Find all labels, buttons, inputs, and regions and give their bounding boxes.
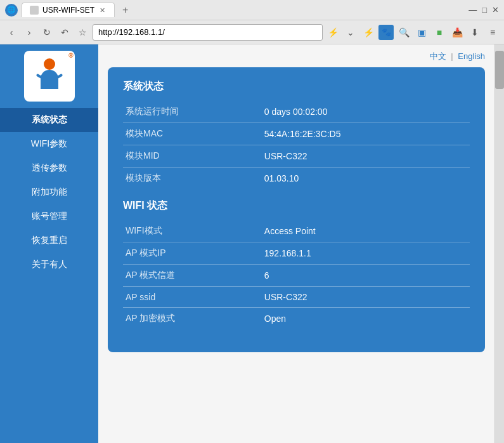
scrollbar-thumb[interactable]	[495, 51, 504, 89]
status-card: 系统状态 系统运行时间 0 days 00:02:00 模块MAC 54:4A:…	[108, 67, 485, 352]
scrollbar[interactable]	[494, 44, 504, 443]
sidebar-item-additional[interactable]: 附加功能	[0, 180, 98, 204]
titlebar-left: 🌐 USR-WIFI-SET ✕ +	[5, 3, 132, 17]
chinese-lang-link[interactable]: 中文	[430, 51, 446, 61]
language-bar: 中文 | English	[108, 51, 485, 62]
table-row: WIFI模式 Access Point	[123, 220, 470, 242]
browser-tab[interactable]: USR-WIFI-SET ✕	[22, 3, 115, 17]
lightning-icon-1: ⚡	[325, 25, 340, 40]
refresh-button[interactable]: ↻	[39, 25, 55, 40]
row-label: 系统运行时间	[123, 101, 262, 123]
forward-button[interactable]: ›	[22, 25, 37, 40]
row-value: Access Point	[262, 220, 470, 242]
table-row: 模块版本 01.03.10	[123, 168, 470, 190]
sidebar-nav: 系统状态 WIFI参数 透传参数 附加功能 账号管理 恢复重启 关于有人	[0, 108, 98, 277]
sidebar-item-transparent-params[interactable]: 透传参数	[0, 156, 98, 180]
row-value: 6	[262, 265, 470, 287]
logo-body	[41, 70, 58, 89]
logo-figure	[34, 57, 65, 95]
tab-favicon	[30, 6, 39, 15]
row-label: 模块MID	[123, 145, 262, 168]
row-value: 0 days 00:02:00	[262, 101, 470, 123]
logo-registered: ®	[68, 52, 73, 59]
table-row: AP 加密模式 Open	[123, 308, 470, 330]
menu-button[interactable]: ≡	[485, 25, 500, 40]
tab-close-button[interactable]: ✕	[98, 6, 107, 15]
row-label: AP 模式信道	[123, 265, 262, 287]
wifi-status-table: WIFI模式 Access Point AP 模式IP 192.168.1.1 …	[123, 220, 470, 329]
lightning-icon-2: ⚡	[361, 25, 376, 40]
browser-logo: 🌐	[5, 4, 18, 17]
paw-icon[interactable]: 🐾	[378, 25, 394, 40]
table-row: 模块MID USR-C322	[123, 145, 470, 168]
extension-icon-2[interactable]: ■	[432, 25, 447, 40]
table-row: AP 模式IP 192.168.1.1	[123, 242, 470, 265]
sidebar-item-wifi-params[interactable]: WIFI参数	[0, 132, 98, 156]
logo-head	[44, 58, 55, 70]
system-status-title: 系统状态	[123, 80, 470, 93]
address-bar[interactable]	[93, 24, 323, 41]
table-row: 模块MAC 54:4A:16:2E:3C:D5	[123, 123, 470, 145]
content-area: 中文 | English 系统状态 系统运行时间 0 days 00:02:00…	[98, 44, 494, 443]
sidebar-item-about[interactable]: 关于有人	[0, 253, 98, 277]
titlebar-right: — □ ✕	[468, 5, 499, 15]
bookmark-button[interactable]: ☆	[75, 25, 90, 40]
sidebar-item-account[interactable]: 账号管理	[0, 204, 98, 228]
english-lang-link[interactable]: English	[458, 51, 485, 61]
row-value: 54:4A:16:2E:3C:D5	[262, 123, 470, 145]
row-label: 模块版本	[123, 168, 262, 190]
tab-title: USR-WIFI-SET	[42, 6, 94, 15]
row-value: Open	[262, 308, 470, 330]
search-button[interactable]: 🔍	[396, 25, 411, 40]
row-value: USR-C322	[262, 287, 470, 308]
main-area: ® 系统状态 WIFI参数 透传参数 附加功能 账号管理 恢复重启 关于有人 中…	[0, 44, 504, 443]
row-label: WIFI模式	[123, 220, 262, 242]
table-row: AP ssid USR-C322	[123, 287, 470, 308]
row-label: AP ssid	[123, 287, 262, 308]
row-label: AP 加密模式	[123, 308, 262, 330]
browser-titlebar: 🌐 USR-WIFI-SET ✕ + — □ ✕	[0, 0, 504, 20]
lang-separator: |	[451, 51, 453, 61]
window-minimize-button[interactable]: —	[468, 5, 477, 15]
row-label: AP 模式IP	[123, 242, 262, 265]
extension-icon-1[interactable]: ▣	[414, 25, 429, 40]
logo-area: ®	[24, 51, 75, 102]
table-row: AP 模式信道 6	[123, 265, 470, 287]
dropdown-button-1[interactable]: ⌄	[343, 25, 358, 40]
browser-toolbar: ‹ › ↻ ↶ ☆ ⚡ ⌄ ⚡ 🐾 🔍 ▣ ■ 📥 ⬇ ≡	[0, 20, 504, 44]
sidebar-item-system-status[interactable]: 系统状态	[0, 108, 98, 132]
back-button[interactable]: ‹	[4, 25, 19, 40]
table-row: 系统运行时间 0 days 00:02:00	[123, 101, 470, 123]
history-back-button[interactable]: ↶	[57, 25, 72, 40]
extension-icon-3[interactable]: 📥	[449, 25, 465, 40]
system-status-table: 系统运行时间 0 days 00:02:00 模块MAC 54:4A:16:2E…	[123, 101, 470, 189]
wifi-status-title: WIFI 状态	[123, 199, 470, 213]
row-value: 01.03.10	[262, 168, 470, 190]
sidebar: ® 系统状态 WIFI参数 透传参数 附加功能 账号管理 恢复重启 关于有人	[0, 44, 98, 443]
row-label: 模块MAC	[123, 123, 262, 145]
sidebar-item-restore[interactable]: 恢复重启	[0, 228, 98, 253]
download-icon[interactable]: ⬇	[467, 25, 482, 40]
new-tab-button[interactable]: +	[119, 4, 132, 16]
window-maximize-button[interactable]: □	[482, 5, 487, 15]
row-value: 192.168.1.1	[262, 242, 470, 265]
window-close-button[interactable]: ✕	[492, 5, 499, 15]
row-value: USR-C322	[262, 145, 470, 168]
